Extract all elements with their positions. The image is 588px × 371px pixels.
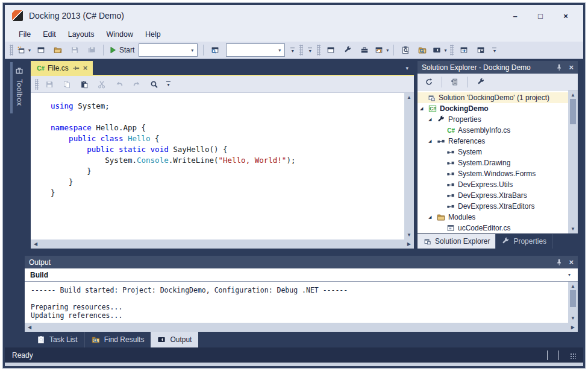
editor-vertical-scrollbar[interactable]: ▲ ▼ [404,93,414,239]
tree-item[interactable]: DevExpress.Utils [418,179,568,190]
resize-grip[interactable] [570,353,576,359]
output-horizontal-scrollbar[interactable]: ◀ ▶ [25,323,578,332]
toolbox-button[interactable] [357,43,372,57]
refresh-button[interactable] [421,75,437,89]
bottom-tab-task-list[interactable]: Task List [30,332,84,347]
dropdown-arrow-icon[interactable]: ▾ [187,44,197,56]
scroll-left-icon[interactable]: ◀ [28,325,31,330]
customize-button[interactable] [340,43,355,57]
tree-item[interactable]: ◢Properties [418,114,568,125]
start-arguments-combo[interactable]: ▾ [139,43,198,57]
bottom-tab-find-results[interactable]: Find Results [84,332,151,347]
tree-item[interactable]: DevExpress.XtraBars [418,190,568,201]
output-vertical-scrollbar[interactable]: ▲ ▼ [568,282,578,323]
tree-vertical-scrollbar[interactable]: ▲ ▼ [568,90,578,233]
paste-button[interactable] [77,78,92,91]
menu-item-layouts[interactable]: Layouts [63,28,100,40]
dock-window-button[interactable] [323,43,339,57]
layout-search-combo[interactable]: ▾ [226,43,285,57]
save-window-button[interactable] [473,43,489,57]
editor-horizontal-scrollbar[interactable]: ◀ ▶ [31,239,414,249]
tree-item[interactable]: Solution 'DockingDemo' (1 project) [418,92,568,103]
dropdown-arrow-icon[interactable]: ▾ [444,48,446,53]
scroll-right-icon[interactable]: ▶ [407,241,411,247]
scroll-up-icon[interactable]: ▲ [407,95,411,100]
tree-item[interactable]: ucCodeEditor.cs [418,223,568,233]
toolbar-grip[interactable] [450,45,454,55]
toolbox-autohide-tab[interactable]: Toolbox [10,62,26,113]
csharp-file-icon: C# [36,64,45,72]
start-button[interactable]: Start [107,43,136,57]
document-list-dropdown-icon[interactable]: ▾ [400,65,414,71]
minimize-button[interactable]: – [505,11,525,21]
output-window-button[interactable]: ▾ [431,43,448,57]
scroll-left-icon[interactable]: ◀ [34,241,37,247]
tree-item[interactable]: ◢C#DockingDemo [418,103,568,114]
pin-icon[interactable] [72,64,80,72]
tree-item[interactable]: DevExpress.XtraEditors [418,201,568,212]
toolbar-grip[interactable] [35,79,39,90]
status-bar-right [547,350,576,360]
show-all-files-button[interactable] [447,75,463,89]
window-search-button[interactable] [207,43,223,57]
bottom-tab-output[interactable]: Output [151,332,198,347]
restore-layout-button[interactable]: ▾ [374,43,390,57]
search-button[interactable] [146,78,162,91]
tree-item[interactable]: System [418,147,568,157]
tree-item[interactable]: ◢Modules [418,212,568,223]
tree-expander-icon[interactable]: ◢ [428,139,434,144]
toolbar-overflow-button[interactable]: ▾ [164,81,173,87]
dropdown-arrow-icon[interactable]: ▾ [568,272,572,277]
tree-expander-icon[interactable]: ◢ [428,215,434,220]
dropdown-arrow-icon[interactable]: ▾ [386,48,389,53]
close-icon[interactable]: × [83,64,88,72]
scroll-down-icon[interactable]: ▼ [571,316,575,321]
code-editor[interactable]: using System; namespace Hello.App { publ… [31,93,404,239]
output-source-selector[interactable]: Build ▾ [25,268,578,282]
task-list-button[interactable] [398,43,413,57]
scroll-down-icon[interactable]: ▼ [407,232,411,238]
tree-item[interactable]: System.Windows.Forms [418,168,568,179]
dropdown-arrow-icon[interactable]: ▾ [275,44,284,56]
toolbar-overflow-button[interactable]: ▾ [305,48,314,53]
menu-item-help[interactable]: Help [140,28,166,40]
tree-item-label: Modules [448,213,475,221]
menu-item-edit[interactable]: Edit [37,28,61,40]
properties-button[interactable] [473,75,489,89]
dropdown-arrow-icon[interactable]: ▾ [28,48,31,53]
scrollbar-thumb[interactable] [570,290,576,307]
close-button[interactable]: × [555,11,576,21]
tab-file-cs[interactable]: C# File.cs × [31,61,93,75]
open-layout-button[interactable] [50,43,66,57]
toolbar-overflow-button[interactable]: ▾ [288,48,297,53]
tree-item[interactable]: ◢References [418,136,568,147]
scrollbar-thumb[interactable] [570,99,576,124]
find-results-button[interactable] [414,43,430,57]
scroll-up-icon[interactable]: ▲ [571,284,575,289]
tree-expander-icon[interactable]: ◢ [428,117,434,122]
tree-item-label: Properties [448,115,481,124]
close-icon[interactable]: × [569,63,574,71]
toolbar-grip[interactable] [317,45,321,55]
toolbar-grip[interactable] [10,45,13,55]
scroll-right-icon[interactable]: ▶ [571,325,575,330]
tree-item[interactable]: System.Drawing [418,157,568,168]
scroll-down-icon[interactable]: ▼ [571,226,575,232]
tree-item[interactable]: C#AssemblyInfo.cs [418,125,568,136]
new-window-button[interactable] [33,43,49,57]
new-layout-button[interactable]: ▾ [16,43,32,57]
menu-item-file[interactable]: File [13,28,36,40]
output-text[interactable]: ------ Build started: Project: DockingDe… [25,282,568,323]
menu-item-window[interactable]: Window [101,28,138,40]
panel-tab-solution-explorer[interactable]: Solution Explorer [418,234,496,249]
scroll-up-icon[interactable]: ▲ [571,92,575,98]
toolbar-overflow-button[interactable]: ▾ [490,48,499,53]
maximize-button[interactable]: □ [530,11,551,21]
pin-icon[interactable] [555,258,563,267]
float-window-button[interactable] [456,43,472,57]
pin-icon[interactable] [555,63,563,72]
toolbar-grip[interactable] [299,45,303,55]
close-icon[interactable]: × [569,258,574,266]
panel-tab-properties[interactable]: Properties [496,234,552,249]
tree-expander-icon[interactable]: ◢ [420,106,425,111]
